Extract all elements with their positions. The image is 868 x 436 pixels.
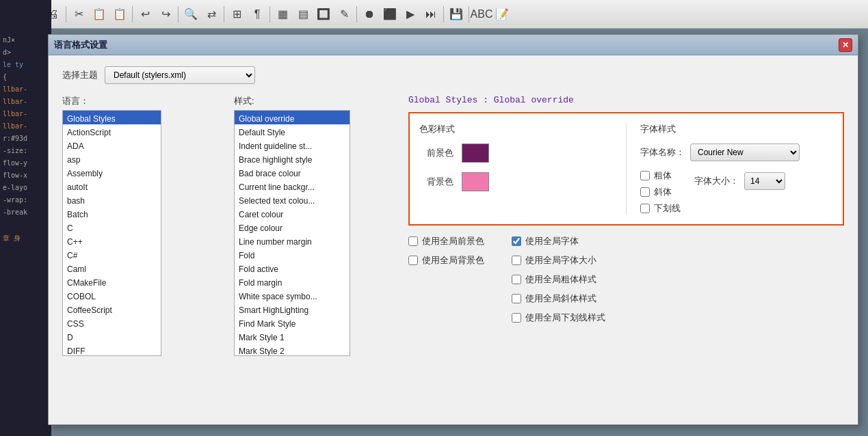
font-size-label: 字体大小：: [694, 175, 739, 187]
list-item[interactable]: Fold margin: [235, 275, 350, 288]
bottom-checkboxes: 使用全局前景色 使用全局背景色 使用全局字体: [408, 235, 844, 324]
use-font-size-row[interactable]: 使用全局字体大小: [512, 254, 605, 267]
use-bg-checkbox[interactable]: [408, 256, 418, 265]
bold-row[interactable]: 粗体: [640, 169, 681, 182]
global-styles-title: Global Styles : Global override: [408, 95, 844, 105]
font-size-select[interactable]: 8 9 10 11 12 14 16 18 24: [744, 172, 785, 190]
list-item[interactable]: Indent guideline st...: [235, 138, 350, 152]
fg-color-swatch[interactable]: [462, 144, 489, 163]
list-item[interactable]: Global Styles: [63, 111, 161, 124]
italic-checkbox[interactable]: [640, 187, 650, 197]
list-item[interactable]: C: [63, 220, 161, 234]
list-item[interactable]: CMakeFile: [63, 275, 161, 288]
list-item[interactable]: C#: [63, 247, 161, 261]
use-fg-row[interactable]: 使用全局前景色: [408, 235, 484, 247]
redo-button[interactable]: ↪: [156, 5, 175, 24]
use-italic-row[interactable]: 使用全局斜体样式: [512, 292, 605, 305]
color-section-title: 色彩样式: [419, 123, 612, 135]
copy-button[interactable]: 📋: [90, 5, 109, 24]
separator-3: [178, 6, 179, 23]
list-item[interactable]: Batch: [63, 206, 161, 220]
editor-line: -wrap:: [3, 194, 49, 206]
frame-button[interactable]: 🔲: [314, 5, 333, 24]
grid-button[interactable]: ▦: [273, 5, 292, 24]
list-item[interactable]: Current line backgr...: [235, 179, 350, 193]
list-item[interactable]: CoffeeScript: [63, 302, 161, 316]
save-button[interactable]: 💾: [447, 5, 466, 24]
use-font-checkbox[interactable]: [512, 236, 521, 246]
underline-row[interactable]: 下划线: [640, 202, 681, 215]
list-item[interactable]: Caret colour: [235, 206, 350, 220]
list-item[interactable]: CSS: [63, 316, 161, 329]
list-item[interactable]: Fold active: [235, 261, 350, 275]
list-item[interactable]: asp: [63, 152, 161, 165]
list-item[interactable]: DIFF: [63, 343, 161, 356]
use-fg-checkbox[interactable]: [408, 236, 418, 246]
next-button[interactable]: ⏭: [421, 5, 440, 24]
list-item[interactable]: ActionScript: [63, 124, 161, 138]
list-item[interactable]: Bad brace colour: [235, 165, 350, 179]
list-item[interactable]: bash: [63, 193, 161, 206]
list-item[interactable]: Mark Style 1: [235, 329, 350, 343]
bg-color-swatch[interactable]: [462, 172, 489, 191]
para-button[interactable]: ¶: [248, 5, 267, 24]
play-button[interactable]: ▶: [401, 5, 420, 24]
list-item[interactable]: Fold: [235, 247, 350, 261]
list-item[interactable]: White space symbo...: [235, 288, 350, 302]
language-list[interactable]: Global Styles ActionScript ADA asp Assem…: [62, 110, 161, 356]
theme-select[interactable]: Default (stylers.xml): [105, 66, 255, 84]
find-button[interactable]: 🔍: [181, 5, 200, 24]
use-font-size-checkbox[interactable]: [512, 256, 521, 265]
toolbar: 🗎 📂 🖨 ✂ 📋 📋 ↩ ↪ 🔍 ⇄ ⊞ ¶ ▦ ▤ 🔲 ✎ ⏺ ⬛ ▶ ⏭ …: [0, 0, 868, 29]
bg-color-row: 背景色: [419, 172, 612, 191]
close-button[interactable]: ✕: [839, 38, 852, 52]
spell-button[interactable]: 📝: [492, 5, 512, 24]
bold-checkbox[interactable]: [640, 171, 650, 180]
right-panel: Global Styles : Global override 色彩样式 前景色: [408, 95, 844, 356]
list-item[interactable]: Selected text colou...: [235, 193, 350, 206]
abc-button[interactable]: ABC: [472, 5, 491, 24]
pen-button[interactable]: ✎: [334, 5, 354, 24]
list-item[interactable]: Caml: [63, 261, 161, 275]
use-bold-row[interactable]: 使用全局粗体样式: [512, 273, 605, 286]
italic-row[interactable]: 斜体: [640, 186, 681, 198]
separator-5: [269, 6, 270, 23]
font-section: 字体样式 字体名称： Courier New Arial Times New R…: [626, 123, 833, 215]
list-item[interactable]: ADA: [63, 138, 161, 152]
separator-7: [443, 6, 444, 23]
list-item[interactable]: Default Style: [235, 124, 350, 138]
use-bg-row[interactable]: 使用全局背景色: [408, 254, 484, 267]
style-list[interactable]: Global override Default Style Indent gui…: [234, 110, 350, 356]
paste-button[interactable]: 📋: [110, 5, 129, 24]
use-underline-row[interactable]: 使用全局下划线样式: [512, 312, 605, 324]
list-item[interactable]: autoIt: [63, 179, 161, 193]
list-item[interactable]: C++: [63, 234, 161, 247]
list-item[interactable]: Global override: [235, 111, 350, 124]
stop-button[interactable]: ⬛: [380, 5, 399, 24]
use-bold-checkbox[interactable]: [512, 275, 521, 284]
font-name-select[interactable]: Courier New Arial Times New Roman: [690, 144, 800, 161]
undo-button[interactable]: ↩: [135, 5, 155, 24]
font-size-row: 字体大小： 8 9 10 11 12 14 16: [694, 172, 785, 190]
indent-button[interactable]: ⊞: [227, 5, 246, 24]
bottom-col-left: 使用全局前景色 使用全局背景色: [408, 235, 484, 324]
list-item[interactable]: Mark Style 2: [235, 343, 350, 356]
table-button[interactable]: ▤: [293, 5, 313, 24]
list-item[interactable]: Find Mark Style: [235, 316, 350, 329]
separator-1: [66, 6, 66, 23]
list-item[interactable]: Brace highlight style: [235, 152, 350, 165]
list-item[interactable]: Line number margin: [235, 234, 350, 247]
list-item[interactable]: Edge colour: [235, 220, 350, 234]
underline-checkbox[interactable]: [640, 204, 650, 213]
replace-button[interactable]: ⇄: [202, 5, 221, 24]
list-item[interactable]: Assembly: [63, 165, 161, 179]
use-italic-checkbox[interactable]: [512, 294, 521, 303]
use-font-row[interactable]: 使用全局字体: [512, 235, 605, 247]
list-item[interactable]: Smart HighLighting: [235, 302, 350, 316]
list-item[interactable]: COBOL: [63, 288, 161, 302]
cut-button[interactable]: ✂: [69, 5, 88, 24]
editor-line: r:#93d: [3, 133, 49, 145]
use-underline-checkbox[interactable]: [512, 313, 521, 323]
list-item[interactable]: D: [63, 329, 161, 343]
record-button[interactable]: ⏺: [360, 5, 379, 24]
